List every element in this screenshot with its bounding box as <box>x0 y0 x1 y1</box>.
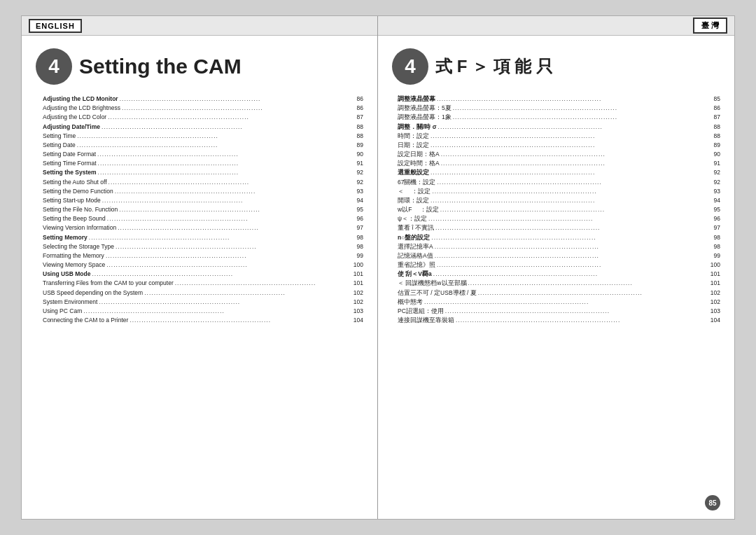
toc-item-row: Setting Time Format ....................… <box>36 159 363 168</box>
toc-page-zh: 90 <box>714 150 720 159</box>
toc-dots: ........................................… <box>118 223 355 232</box>
toc-page: 93 <box>357 187 363 196</box>
toc-item-row-zh: 概中態考 ...................................… <box>392 298 720 307</box>
toc-item-label-zh: 設定日期：格A <box>398 150 440 159</box>
toc-dots: ........................................… <box>98 159 356 168</box>
toc-dots-zh: ........................................… <box>433 270 709 279</box>
toc-item-row-zh: 設定時間：格A ................................… <box>392 159 720 168</box>
toc-dots-zh: ........................................… <box>456 316 709 325</box>
toc-section-title: Using USB Mode <box>43 270 90 279</box>
top-bar-right: 臺 灣 <box>378 16 734 36</box>
toc-page: 92 <box>357 178 363 187</box>
toc-item-row: Using PC Cam ...........................… <box>36 307 363 316</box>
toc-page: 92 <box>357 168 363 177</box>
toc-item-label-zh: w以F ：設定 <box>398 205 439 214</box>
toc-page: 86 <box>357 95 363 104</box>
toc-page-zh: 99 <box>714 251 720 260</box>
toc-dots-zh: ........................................… <box>424 298 709 307</box>
toc-section-row-zh: 選重般設定 ..................................… <box>392 168 720 177</box>
toc-page-zh: 102 <box>710 298 720 307</box>
toc-dots: ........................................… <box>115 187 356 196</box>
toc-page-zh: 98 <box>714 242 720 251</box>
toc-section-row-zh: 使 刮＜V覉a ................................… <box>392 270 720 279</box>
toc-item-row-zh: 估置三不可 / 定USB導標 / 夏 .....................… <box>392 289 720 298</box>
toc-section-row: Adjusting Date/Time ....................… <box>36 123 363 132</box>
toc-page: 89 <box>357 141 363 150</box>
toc-dots-zh: ........................................… <box>440 205 713 214</box>
toc-dots-zh: ........................................… <box>428 214 712 223</box>
toc-item-label: Setting the Auto Shut off <box>43 178 107 187</box>
toc-item-label: Setting Time Format <box>43 159 97 168</box>
toc-item-row: Formatting the Memory ..................… <box>36 251 363 260</box>
toc-item-label-zh: 重省記憶》照 <box>398 260 435 270</box>
toc-item-label: Setting Time <box>43 132 76 141</box>
toc-dots-zh: ........................................… <box>445 307 709 316</box>
toc-item-label-zh: 估置三不可 / 定USB導標 / 夏 <box>398 289 477 298</box>
toc-item-label-zh: 67關機：設定 <box>398 178 435 187</box>
toc-dots-zh: ........................................… <box>431 233 712 242</box>
toc-item-label-zh: 選擇記憶率A <box>398 242 433 251</box>
toc-page-zh: 92 <box>714 168 720 177</box>
toc-page: 87 <box>357 113 363 122</box>
toc-dots-zh: ........................................… <box>437 95 713 104</box>
toc-item-row-zh: 設定日期：格A ................................… <box>392 150 720 159</box>
toc-page-zh: 102 <box>710 289 720 298</box>
toc-item-label: Setting Date Format <box>43 150 96 159</box>
toc-item-row: Selecting the Storage Type .............… <box>36 242 363 251</box>
page-badge: 85 <box>705 495 720 510</box>
toc-item-label: Setting the Demo Function <box>43 187 113 196</box>
toc-item-row-zh: 選擇記憶率A .................................… <box>392 242 720 251</box>
toc-item-label: Setting Start-up Mode <box>43 196 101 205</box>
toc-item-label-zh: 設定時間：格A <box>398 159 440 168</box>
toc-item-label: Setting Date <box>43 141 76 150</box>
toc-item-row: Viewing Version Information ............… <box>36 223 363 232</box>
toc-item-label: Setting the Beep Sound <box>43 214 106 223</box>
toc-item-label-zh: 記憶涵格A值 <box>398 251 433 260</box>
toc-item-row-zh: 67關機：設定 ................................… <box>392 178 720 187</box>
toc-page: 98 <box>357 233 363 242</box>
toc-section-row: Using USB Mode .........................… <box>36 270 363 279</box>
toc-page: 96 <box>357 214 363 223</box>
toc-section-title: Adjusting the LCD Monitor <box>43 95 118 104</box>
toc-item-row: Adjusting the LCD Brightness ...........… <box>36 104 363 113</box>
toc-item-label-zh: ＜ ：設定 <box>398 187 430 196</box>
toc-page: 90 <box>357 150 363 159</box>
toc-item-row-zh: PC詔選組：使用 ...............................… <box>392 307 720 316</box>
toc-item-row-zh: 日期：設定 ..................................… <box>392 141 720 150</box>
toc-page: 98 <box>357 242 363 251</box>
toc-section-title-zh: 使 刮＜V覉a <box>398 270 432 279</box>
toc-page: 102 <box>354 289 363 298</box>
toc-page-zh: 91 <box>714 159 720 168</box>
chapter-heading-right: 4 式 F ＞ 項 能 只 <box>378 36 734 92</box>
toc-item-label-zh: 概中態考 <box>398 298 423 307</box>
toc-section-title: Adjusting Date/Time <box>43 123 100 132</box>
toc-item-label-zh: 開環：設定 <box>398 196 429 205</box>
toc-dots: ........................................… <box>97 150 355 159</box>
toc-page-zh: 87 <box>714 113 720 122</box>
toc-item-label: Setting the File No. Function <box>43 205 118 214</box>
toc-dots: ........................................… <box>92 270 351 279</box>
toc-dots: ........................................… <box>83 307 352 316</box>
toc-section-title-zh: 選重般設定 <box>398 168 429 177</box>
toc-item-row-zh: 記憶涵格A值 .................................… <box>392 251 720 260</box>
toc-dots: ........................................… <box>99 298 351 307</box>
toc-left: Adjusting the LCD Monitor ..............… <box>22 92 377 332</box>
toc-item-row-zh: ＜ 回謀機態档w以至部腦 ...........................… <box>392 279 720 288</box>
toc-page: 101 <box>354 279 363 288</box>
toc-item-label: Using PC Cam <box>43 307 82 316</box>
toc-dots: ........................................… <box>108 113 355 122</box>
left-panel: ENGLISH 4 Setting the CAM Adjusting the … <box>22 16 378 519</box>
toc-item-label: System Environment <box>43 298 97 307</box>
toc-item-label-zh: 連接回謀機至靠裝箱 <box>398 316 454 325</box>
toc-section-title: Setting the System <box>43 168 97 177</box>
right-panel: 臺 灣 4 式 F ＞ 項 能 只 調整液晶螢幕 ...............… <box>378 16 734 519</box>
toc-item-label: Viewing Version Information <box>43 223 116 232</box>
toc-dots-zh: ........................................… <box>437 178 712 187</box>
toc-right: 調整液晶螢幕 .................................… <box>378 92 734 332</box>
toc-item-row-zh: 調整液晶螢幕：1象 ..............................… <box>392 113 720 122</box>
toc-item-row: System Environment .....................… <box>36 298 363 307</box>
toc-page-zh: 96 <box>714 214 720 223</box>
toc-dots: ........................................… <box>77 141 356 150</box>
toc-dots: ........................................… <box>108 178 356 187</box>
top-bar-left: ENGLISH <box>22 16 377 36</box>
